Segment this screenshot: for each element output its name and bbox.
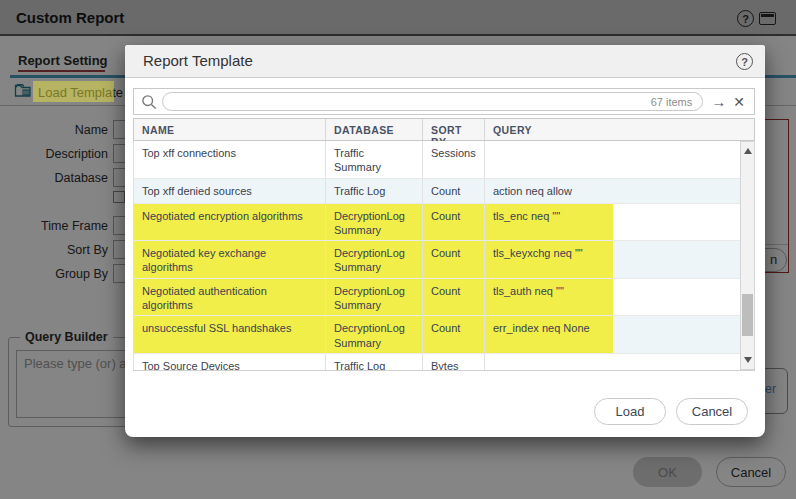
cell-name: Negotiated key exchange algorithms bbox=[134, 241, 326, 279]
modal-title: Report Template bbox=[143, 52, 253, 69]
cell-name: Negotiated encryption algorithms bbox=[134, 204, 326, 242]
cell-query: action neq allow bbox=[485, 179, 740, 204]
load-button[interactable]: Load bbox=[594, 398, 666, 425]
cell-database: Traffic Log bbox=[326, 354, 423, 370]
apply-filter-arrow-icon[interactable]: → bbox=[711, 93, 726, 110]
cell-sort-by: Sessions bbox=[423, 141, 485, 179]
items-count-badge: 67 items bbox=[651, 96, 693, 108]
cell-database: Traffic Summary bbox=[326, 141, 423, 179]
table-row[interactable]: Top xff denied sourcesTraffic LogCountac… bbox=[134, 179, 740, 204]
modal-header: Report Template ? bbox=[125, 45, 765, 78]
cell-database: Traffic Log bbox=[326, 179, 423, 204]
cell-name: Top xff denied sources bbox=[134, 179, 326, 204]
table-row[interactable]: unsuccessful SSL handshakesDecryptionLog… bbox=[134, 316, 740, 354]
template-table-body-rows: Top xff connectionsTraffic SummarySessio… bbox=[133, 141, 740, 370]
scrollbar-down-arrow[interactable] bbox=[741, 353, 754, 367]
cell-name: Top Source Devices bbox=[134, 354, 326, 370]
cell-query bbox=[485, 141, 740, 179]
clear-filter-close-icon[interactable]: ✕ bbox=[733, 94, 745, 110]
cell-query bbox=[485, 354, 740, 370]
cell-database: DecryptionLog Summary bbox=[326, 204, 423, 242]
cell-query: tls_enc neq "" bbox=[485, 204, 740, 242]
cell-database: DecryptionLog Summary bbox=[326, 241, 423, 279]
cell-sort-by: Count bbox=[423, 204, 485, 242]
table-row[interactable]: Top Source DevicesTraffic LogBytes bbox=[134, 354, 740, 370]
table-body: Top xff connectionsTraffic SummarySessio… bbox=[133, 141, 755, 371]
cell-name: Negotiated authentication algorithms bbox=[134, 279, 326, 317]
cell-sort-by: Count bbox=[423, 179, 485, 204]
table-row[interactable]: Negotiated encryption algorithmsDecrypti… bbox=[134, 204, 740, 242]
load-template-highlight-annotation bbox=[33, 81, 114, 102]
search-icon bbox=[141, 94, 157, 110]
scrollbar-thumb[interactable] bbox=[742, 294, 753, 336]
search-bar: 67 items → ✕ bbox=[133, 88, 755, 115]
cell-database: DecryptionLog Summary bbox=[326, 279, 423, 317]
cell-sort-by: Count bbox=[423, 279, 485, 317]
cell-query: err_index neq None bbox=[485, 316, 740, 354]
scrollbar-up-arrow[interactable] bbox=[741, 144, 754, 158]
search-input[interactable]: 67 items bbox=[162, 92, 703, 111]
column-header-query[interactable]: QUERY bbox=[485, 119, 754, 140]
cell-sort-by: Bytes bbox=[423, 354, 485, 370]
cell-query: tls_auth neq "" bbox=[485, 279, 740, 317]
table-scrollbar[interactable] bbox=[740, 141, 755, 370]
cell-name: unsuccessful SSL handshakes bbox=[134, 316, 326, 354]
column-header-sort-by[interactable]: SORT BY bbox=[423, 119, 485, 140]
table-row[interactable]: Top xff connectionsTraffic SummarySessio… bbox=[134, 141, 740, 179]
column-header-name[interactable]: NAME bbox=[134, 119, 326, 140]
table-row[interactable]: Negotiated authentication algorithmsDecr… bbox=[134, 279, 740, 317]
modal-help-icon[interactable]: ? bbox=[736, 53, 753, 70]
modal-footer: Load Cancel bbox=[594, 398, 748, 425]
column-header-database[interactable]: DATABASE bbox=[326, 119, 423, 140]
cell-name: Top xff connections bbox=[134, 141, 326, 179]
report-template-modal: Report Template ? 67 items → ✕ NAME DATA… bbox=[125, 45, 765, 437]
cell-database: DecryptionLog Summary bbox=[326, 316, 423, 354]
cell-sort-by: Count bbox=[423, 316, 485, 354]
table-header: NAME DATABASE SORT BY QUERY bbox=[133, 118, 755, 141]
modal-cancel-button[interactable]: Cancel bbox=[676, 398, 748, 425]
table-row[interactable]: Negotiated key exchange algorithmsDecryp… bbox=[134, 241, 740, 279]
cell-query: tls_keyxchg neq "" bbox=[485, 241, 740, 279]
cell-sort-by: Count bbox=[423, 241, 485, 279]
